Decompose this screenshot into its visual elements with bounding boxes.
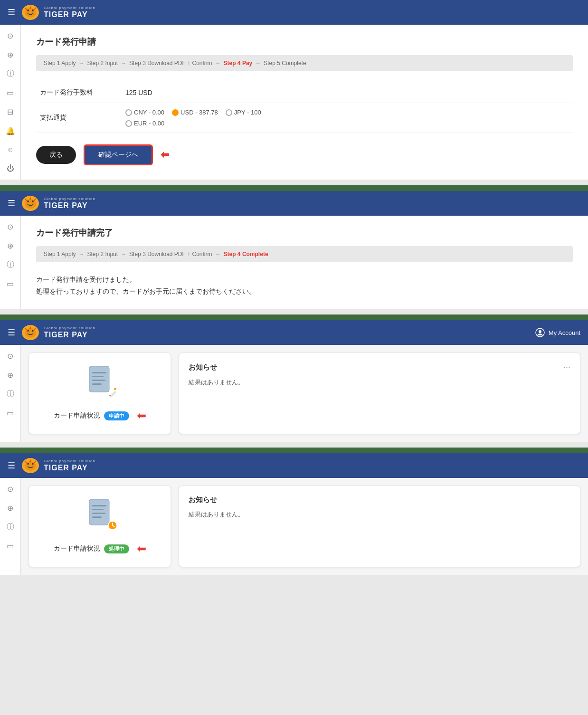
hamburger-icon3[interactable]: ☰ <box>8 327 15 338</box>
sidebar-icon-user[interactable]: ⌾ <box>5 144 16 155</box>
red-arrow3: ⬅ <box>137 409 146 422</box>
s2-step4-active: Step 4 Complete <box>224 251 268 257</box>
svg-rect-28 <box>92 509 104 510</box>
radio-eur <box>125 120 132 127</box>
back-button[interactable]: 戻る <box>36 146 76 164</box>
svg-rect-21 <box>114 388 116 391</box>
sidebar-icon-wallet[interactable]: ⊟ <box>5 106 16 117</box>
fee-row: カード発行手数料 125 USD <box>36 83 573 103</box>
logo-text3: Global payment solution TIGER PAY <box>44 326 95 339</box>
sidebar3-clock[interactable]: ⊙ <box>5 351 16 361</box>
sidebar-icon-clock[interactable]: ⊙ <box>5 30 16 41</box>
sidebar3-info[interactable]: ⓘ <box>5 389 16 399</box>
sidebar4-info[interactable]: ⓘ <box>5 522 16 532</box>
notice-header3: お知らせ ··· <box>189 362 570 372</box>
sidebar-icon-bell[interactable]: 🔔 <box>5 125 16 136</box>
logo-small2: Global payment solution <box>44 197 95 201</box>
currency-jpy[interactable]: JPY - 100 <box>226 109 261 116</box>
tiger-logo-icon4 <box>21 457 40 474</box>
screen3: ☰ Global payment solution TIGER PAY <box>0 320 588 442</box>
notice-box4: お知らせ 結果はありません。 <box>179 486 580 567</box>
currency-usd[interactable]: USD - 387.78 <box>172 109 218 116</box>
btn-row1: 戻る 確認ページへ ⬅ <box>36 144 573 165</box>
separator2 <box>0 315 588 320</box>
svg-rect-19 <box>111 391 117 397</box>
clock-icon4 <box>107 520 118 533</box>
page-title2: カード発行申請完了 <box>36 227 573 238</box>
logo-text: Global payment solution TIGER PAY <box>44 6 95 19</box>
header1: ☰ Global payment solution TIGER PAY <box>0 0 588 25</box>
card-status-text4: カード申請状況 <box>54 544 100 553</box>
sidebar4: ⊙ ⊕ ⓘ ▭ <box>0 478 21 575</box>
pencil-icon3 <box>108 387 119 400</box>
currency-eur[interactable]: EUR - 0.00 <box>125 120 164 127</box>
sidebar4-card[interactable]: ▭ <box>5 541 16 551</box>
svg-rect-26 <box>89 499 109 525</box>
arrow4: → <box>255 60 261 67</box>
sidebar3-card[interactable]: ▭ <box>5 408 16 418</box>
usd-label: USD - 387.78 <box>180 109 218 116</box>
sidebar4-clock[interactable]: ⊙ <box>5 484 16 494</box>
main-layout1: ⊙ ⊕ ⓘ ▭ ⊟ 🔔 ⌾ ⏻ カード発行申請 Step 1 Apply → S… <box>0 25 588 180</box>
cny-label: CNY - 0.00 <box>134 109 164 116</box>
header4: ☰ Global payment solution TIGER PAY <box>0 453 588 478</box>
sidebar-icon-info[interactable]: ⓘ <box>5 68 16 79</box>
logo-text4: Global payment solution TIGER PAY <box>44 459 95 472</box>
s2-arrow2: → <box>121 251 126 257</box>
tiger-logo-icon3 <box>21 324 40 341</box>
sidebar-icon-globe[interactable]: ⊕ <box>5 49 16 60</box>
sidebar4-globe[interactable]: ⊕ <box>5 503 16 513</box>
arrow1: → <box>78 60 84 67</box>
logo-text2: Global payment solution TIGER PAY <box>44 197 95 210</box>
sidebar3-globe[interactable]: ⊕ <box>5 370 16 380</box>
my-account-label[interactable]: My Account <box>549 329 580 336</box>
logo-small-text: Global payment solution <box>44 6 95 10</box>
step2-label: Step 2 Input <box>87 60 118 67</box>
step1-label: Step 1 Apply <box>44 60 76 67</box>
logo: Global payment solution TIGER PAY <box>21 4 95 21</box>
step4-label-active: Step 4 Pay <box>224 60 253 67</box>
screen2: ☰ Global payment solution TIGER PAY ⊙ ⊕ … <box>0 191 588 309</box>
red-arrow4: ⬅ <box>137 542 146 555</box>
main-layout3: ⊙ ⊕ ⓘ ▭ <box>0 345 588 442</box>
sidebar2-globe[interactable]: ⊕ <box>5 240 16 251</box>
jpy-label: JPY - 100 <box>234 109 261 116</box>
hamburger-icon4[interactable]: ☰ <box>8 460 15 471</box>
screen1: ☰ Global payment solution TIGER PAY ⊙ ⊕ … <box>0 0 588 180</box>
svg-rect-30 <box>92 516 102 518</box>
step3-label: Step 3 Download PDF + Confirm <box>129 60 212 67</box>
notice-title4: お知らせ <box>189 496 217 505</box>
confirm-button[interactable]: 確認ページへ <box>84 144 153 165</box>
currency-cny[interactable]: CNY - 0.00 <box>125 109 164 116</box>
svg-rect-15 <box>92 372 106 373</box>
logo-small4: Global payment solution <box>44 459 95 464</box>
radio-cny <box>125 109 132 116</box>
logo-big4: TIGER PAY <box>44 464 95 472</box>
notice-dots3[interactable]: ··· <box>563 362 570 372</box>
currency-row: 支払通貨 CNY - 0.00 USD - 387.78 <box>36 103 573 133</box>
svg-rect-29 <box>92 513 105 514</box>
sidebar2-clock[interactable]: ⊙ <box>5 221 16 232</box>
confirm-arrow-icon: ⬅ <box>161 149 169 161</box>
sidebar2-info[interactable]: ⓘ <box>5 259 16 270</box>
s2-arrow1: → <box>78 251 84 257</box>
card-icon-area3 <box>85 364 114 400</box>
sidebar-icon-power[interactable]: ⏻ <box>5 163 16 174</box>
main-layout2: ⊙ ⊕ ⓘ ▭ カード発行申請完了 Step 1 Apply → Step 2 … <box>0 216 588 309</box>
hamburger-icon2[interactable]: ☰ <box>8 198 15 209</box>
card-status-label4: カード申請状況 処理中 ⬅ <box>54 542 146 555</box>
sidebar2-card[interactable]: ▭ <box>5 278 16 289</box>
logo-big3: TIGER PAY <box>44 331 95 339</box>
radio-usd <box>172 109 179 116</box>
hamburger-icon[interactable]: ☰ <box>8 7 15 18</box>
notice-box3: お知らせ ··· 結果はありません。 <box>179 353 580 434</box>
header3: ☰ Global payment solution TIGER PAY <box>0 320 588 345</box>
sidebar-icon-card[interactable]: ▭ <box>5 87 16 98</box>
dashboard4: カード申請状況 処理中 ⬅ お知らせ 結果はありません。 <box>21 478 588 575</box>
arrow2: → <box>121 60 126 67</box>
card-status-label3: カード申請状況 申請中 ⬅ <box>54 409 146 422</box>
steps-bar2: Step 1 Apply → Step 2 Input → Step 3 Dow… <box>36 246 573 262</box>
notice-header4: お知らせ <box>189 496 570 505</box>
s2-step1: Step 1 Apply <box>44 251 76 257</box>
notice-empty4: 結果はありません。 <box>189 510 570 519</box>
